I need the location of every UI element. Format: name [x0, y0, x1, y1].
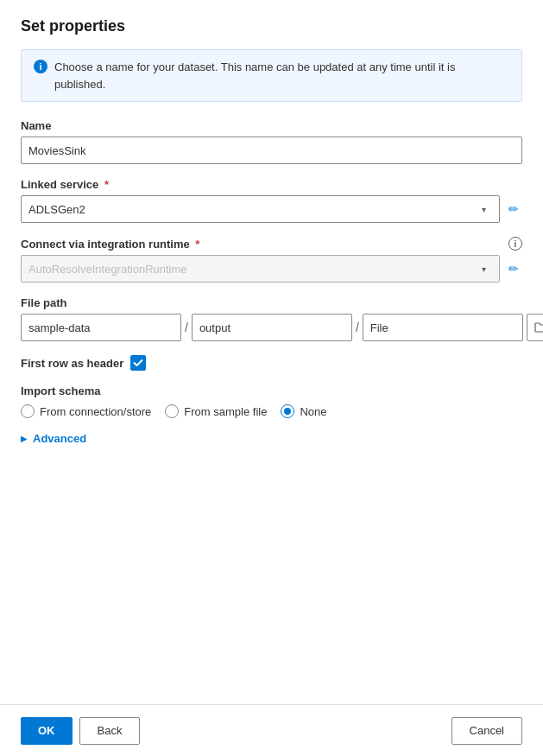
import-schema-none-option[interactable]: None	[281, 404, 326, 418]
file-path-label: File path	[21, 296, 522, 309]
import-schema-none-label: None	[300, 405, 326, 418]
path-separator-2: /	[356, 321, 359, 334]
info-icon: i	[34, 60, 47, 73]
advanced-chevron-icon: ▶	[21, 434, 28, 443]
integration-runtime-wrapper: AutoResolveIntegrationRuntime ▾ ✏	[21, 255, 522, 283]
first-row-header-row: First row as header	[21, 355, 522, 371]
file-browse-button[interactable]	[527, 314, 543, 341]
file-path-segment3-input[interactable]	[363, 314, 523, 341]
import-schema-none-radio-inner	[284, 408, 291, 415]
advanced-label: Advanced	[33, 432, 86, 445]
page-title: Set properties	[21, 17, 522, 35]
file-path-row: / / ▾	[21, 314, 522, 341]
linked-service-wrapper: ADLSGen2 ▾ ✏	[21, 195, 522, 223]
import-schema-sample-radio[interactable]	[165, 404, 179, 418]
cancel-button[interactable]: Cancel	[451, 717, 522, 745]
linked-service-edit-icon[interactable]: ✏	[505, 199, 522, 219]
integration-runtime-label-row: Connect via integration runtime * i	[21, 237, 522, 251]
name-group: Name	[21, 119, 522, 164]
import-schema-label: Import schema	[21, 384, 522, 397]
first-row-header-label: First row as header	[21, 357, 123, 370]
file-path-group: File path / / ▾	[21, 296, 522, 341]
integration-runtime-group: Connect via integration runtime * i Auto…	[21, 237, 522, 283]
info-banner-text: Choose a name for your dataset. This nam…	[54, 59, 509, 92]
advanced-row[interactable]: ▶ Advanced	[21, 432, 522, 445]
linked-service-label: Linked service *	[21, 178, 522, 191]
import-schema-connection-radio[interactable]	[21, 404, 35, 418]
file-path-segment2-input[interactable]	[192, 314, 352, 341]
linked-service-select[interactable]: ADLSGen2	[21, 195, 500, 223]
footer: OK Back Cancel	[0, 704, 543, 756]
import-schema-sample-label: From sample file	[184, 405, 267, 418]
import-schema-none-radio[interactable]	[281, 404, 294, 418]
file-path-segment1-input[interactable]	[21, 314, 181, 341]
ok-button[interactable]: OK	[21, 717, 73, 745]
integration-runtime-info-icon[interactable]: i	[508, 237, 522, 251]
name-input[interactable]	[21, 137, 522, 164]
import-schema-connection-option[interactable]: From connection/store	[21, 404, 151, 418]
path-separator-1: /	[185, 321, 188, 334]
back-button[interactable]: Back	[79, 717, 141, 745]
integration-runtime-edit-icon[interactable]: ✏	[505, 258, 522, 279]
import-schema-group: Import schema From connection/store From…	[21, 384, 522, 418]
linked-service-group: Linked service * ADLSGen2 ▾ ✏	[21, 178, 522, 223]
name-label: Name	[21, 119, 522, 132]
import-schema-options: From connection/store From sample file N…	[21, 404, 522, 418]
first-row-header-checkbox[interactable]	[130, 355, 146, 371]
integration-runtime-select[interactable]: AutoResolveIntegrationRuntime	[21, 255, 500, 283]
import-schema-sample-option[interactable]: From sample file	[165, 404, 267, 418]
import-schema-connection-label: From connection/store	[40, 405, 151, 418]
linked-service-required: *	[101, 178, 109, 191]
integration-runtime-label: Connect via integration runtime *	[21, 238, 199, 251]
info-banner: i Choose a name for your dataset. This n…	[21, 49, 522, 102]
